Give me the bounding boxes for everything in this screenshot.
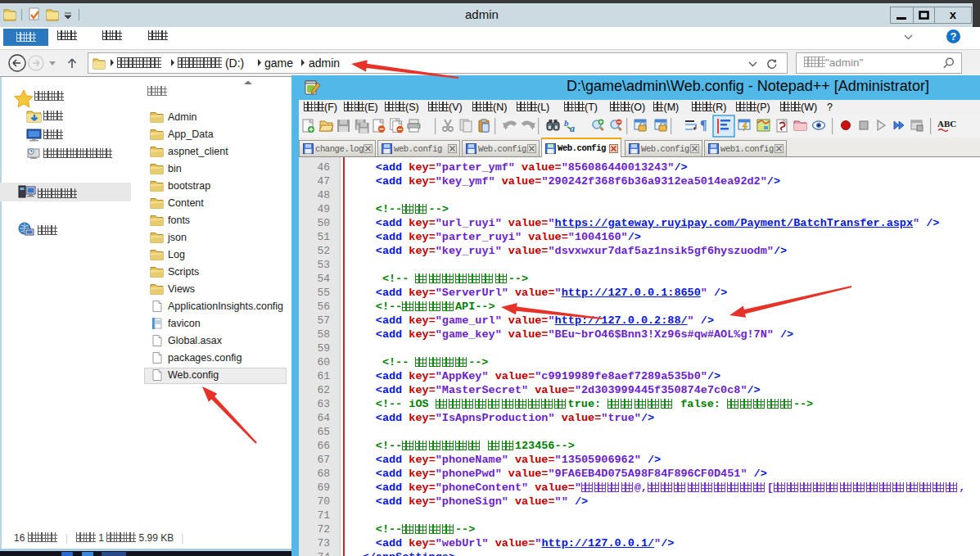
svg-text:¶: ¶ (700, 118, 707, 132)
svg-text:b: b (564, 118, 569, 128)
svg-text:ABC: ABC (937, 119, 956, 129)
